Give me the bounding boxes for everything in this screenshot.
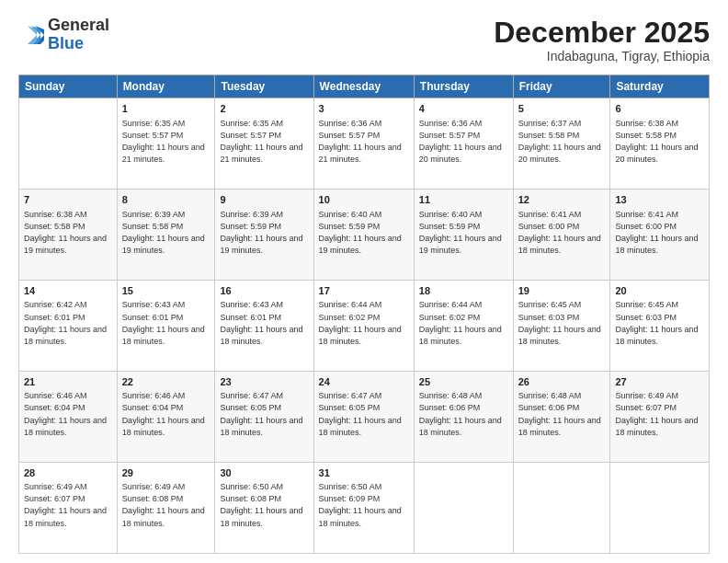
day-info: Sunrise: 6:41 AM Sunset: 6:00 PM Dayligh… bbox=[615, 209, 704, 257]
calendar-week-row: 14Sunrise: 6:42 AM Sunset: 6:01 PM Dayli… bbox=[19, 281, 710, 372]
day-number: 28 bbox=[24, 466, 112, 480]
table-row: 19Sunrise: 6:45 AM Sunset: 6:03 PM Dayli… bbox=[513, 281, 610, 372]
day-info: Sunrise: 6:50 AM Sunset: 6:09 PM Dayligh… bbox=[319, 481, 409, 529]
col-tuesday: Tuesday bbox=[215, 75, 313, 98]
calendar-week-row: 21Sunrise: 6:46 AM Sunset: 6:04 PM Dayli… bbox=[19, 372, 710, 463]
day-info: Sunrise: 6:49 AM Sunset: 6:07 PM Dayligh… bbox=[24, 481, 112, 529]
day-number: 2 bbox=[220, 102, 308, 116]
day-info: Sunrise: 6:48 AM Sunset: 6:06 PM Dayligh… bbox=[419, 390, 508, 438]
table-row: 17Sunrise: 6:44 AM Sunset: 6:02 PM Dayli… bbox=[313, 281, 414, 372]
month-title: December 2025 bbox=[494, 17, 710, 49]
day-info: Sunrise: 6:35 AM Sunset: 5:57 PM Dayligh… bbox=[220, 118, 308, 166]
table-row: 20Sunrise: 6:45 AM Sunset: 6:03 PM Dayli… bbox=[610, 281, 710, 372]
table-row: 22Sunrise: 6:46 AM Sunset: 6:04 PM Dayli… bbox=[117, 372, 215, 463]
table-row: 1Sunrise: 6:35 AM Sunset: 5:57 PM Daylig… bbox=[117, 98, 215, 190]
day-number: 8 bbox=[122, 193, 210, 207]
day-info: Sunrise: 6:39 AM Sunset: 5:58 PM Dayligh… bbox=[122, 209, 210, 257]
day-number: 1 bbox=[122, 102, 210, 116]
day-number: 3 bbox=[319, 102, 409, 116]
day-info: Sunrise: 6:48 AM Sunset: 6:06 PM Dayligh… bbox=[518, 390, 606, 438]
table-row: 24Sunrise: 6:47 AM Sunset: 6:05 PM Dayli… bbox=[313, 372, 414, 463]
table-row: 23Sunrise: 6:47 AM Sunset: 6:05 PM Dayli… bbox=[215, 372, 313, 463]
day-info: Sunrise: 6:39 AM Sunset: 5:59 PM Dayligh… bbox=[220, 209, 308, 257]
table-row: 14Sunrise: 6:42 AM Sunset: 6:01 PM Dayli… bbox=[19, 281, 118, 372]
day-number: 10 bbox=[319, 193, 409, 207]
day-number: 9 bbox=[220, 193, 308, 207]
calendar-week-row: 7Sunrise: 6:38 AM Sunset: 5:58 PM Daylig… bbox=[19, 190, 710, 281]
day-info: Sunrise: 6:41 AM Sunset: 6:00 PM Dayligh… bbox=[518, 209, 606, 257]
logo-general: General bbox=[48, 16, 109, 34]
day-number: 14 bbox=[24, 284, 112, 298]
day-number: 5 bbox=[518, 102, 606, 116]
logo-icon bbox=[18, 22, 44, 48]
day-info: Sunrise: 6:36 AM Sunset: 5:57 PM Dayligh… bbox=[419, 118, 508, 166]
table-row bbox=[414, 463, 513, 554]
day-number: 4 bbox=[419, 102, 508, 116]
table-row: 28Sunrise: 6:49 AM Sunset: 6:07 PM Dayli… bbox=[19, 463, 118, 554]
table-row: 12Sunrise: 6:41 AM Sunset: 6:00 PM Dayli… bbox=[513, 190, 610, 281]
header: General Blue December 2025 Indabaguna, T… bbox=[18, 17, 710, 63]
table-row: 29Sunrise: 6:49 AM Sunset: 6:08 PM Dayli… bbox=[117, 463, 215, 554]
day-info: Sunrise: 6:43 AM Sunset: 6:01 PM Dayligh… bbox=[220, 299, 308, 347]
table-row: 21Sunrise: 6:46 AM Sunset: 6:04 PM Dayli… bbox=[19, 372, 118, 463]
table-row: 16Sunrise: 6:43 AM Sunset: 6:01 PM Dayli… bbox=[215, 281, 313, 372]
col-friday: Friday bbox=[513, 75, 610, 98]
title-section: December 2025 Indabaguna, Tigray, Ethiop… bbox=[494, 17, 710, 63]
table-row: 26Sunrise: 6:48 AM Sunset: 6:06 PM Dayli… bbox=[513, 372, 610, 463]
col-thursday: Thursday bbox=[414, 75, 513, 98]
table-row: 27Sunrise: 6:49 AM Sunset: 6:07 PM Dayli… bbox=[610, 372, 710, 463]
table-row: 3Sunrise: 6:36 AM Sunset: 5:57 PM Daylig… bbox=[313, 98, 414, 190]
day-number: 13 bbox=[615, 193, 704, 207]
logo-blue: Blue bbox=[48, 34, 84, 52]
day-number: 20 bbox=[615, 284, 704, 298]
day-number: 27 bbox=[615, 375, 704, 389]
table-row bbox=[513, 463, 610, 554]
day-number: 22 bbox=[122, 375, 210, 389]
day-number: 15 bbox=[122, 284, 210, 298]
table-row: 31Sunrise: 6:50 AM Sunset: 6:09 PM Dayli… bbox=[313, 463, 414, 554]
day-number: 26 bbox=[518, 375, 606, 389]
table-row: 2Sunrise: 6:35 AM Sunset: 5:57 PM Daylig… bbox=[215, 98, 313, 190]
day-number: 17 bbox=[319, 284, 409, 298]
table-row: 15Sunrise: 6:43 AM Sunset: 6:01 PM Dayli… bbox=[117, 281, 215, 372]
page: General Blue December 2025 Indabaguna, T… bbox=[0, 0, 728, 563]
day-info: Sunrise: 6:38 AM Sunset: 5:58 PM Dayligh… bbox=[615, 118, 704, 166]
table-row bbox=[19, 98, 118, 190]
calendar-week-row: 1Sunrise: 6:35 AM Sunset: 5:57 PM Daylig… bbox=[19, 98, 710, 190]
table-row: 7Sunrise: 6:38 AM Sunset: 5:58 PM Daylig… bbox=[19, 190, 118, 281]
day-info: Sunrise: 6:49 AM Sunset: 6:07 PM Dayligh… bbox=[615, 390, 704, 438]
day-info: Sunrise: 6:46 AM Sunset: 6:04 PM Dayligh… bbox=[122, 390, 210, 438]
day-info: Sunrise: 6:47 AM Sunset: 6:05 PM Dayligh… bbox=[319, 390, 409, 438]
day-info: Sunrise: 6:49 AM Sunset: 6:08 PM Dayligh… bbox=[122, 481, 210, 529]
day-info: Sunrise: 6:43 AM Sunset: 6:01 PM Dayligh… bbox=[122, 299, 210, 347]
calendar-table: Sunday Monday Tuesday Wednesday Thursday… bbox=[18, 75, 710, 554]
day-number: 12 bbox=[518, 193, 606, 207]
day-number: 25 bbox=[419, 375, 508, 389]
day-info: Sunrise: 6:44 AM Sunset: 6:02 PM Dayligh… bbox=[419, 299, 508, 347]
table-row: 25Sunrise: 6:48 AM Sunset: 6:06 PM Dayli… bbox=[414, 372, 513, 463]
day-info: Sunrise: 6:40 AM Sunset: 5:59 PM Dayligh… bbox=[419, 209, 508, 257]
day-number: 11 bbox=[419, 193, 508, 207]
day-number: 29 bbox=[122, 466, 210, 480]
table-row bbox=[610, 463, 710, 554]
day-number: 21 bbox=[24, 375, 112, 389]
logo: General Blue bbox=[18, 17, 109, 53]
day-info: Sunrise: 6:45 AM Sunset: 6:03 PM Dayligh… bbox=[518, 299, 606, 347]
day-info: Sunrise: 6:45 AM Sunset: 6:03 PM Dayligh… bbox=[615, 299, 704, 347]
table-row: 10Sunrise: 6:40 AM Sunset: 5:59 PM Dayli… bbox=[313, 190, 414, 281]
day-info: Sunrise: 6:44 AM Sunset: 6:02 PM Dayligh… bbox=[319, 299, 409, 347]
col-monday: Monday bbox=[117, 75, 215, 98]
day-number: 31 bbox=[319, 466, 409, 480]
table-row: 5Sunrise: 6:37 AM Sunset: 5:58 PM Daylig… bbox=[513, 98, 610, 190]
table-row: 4Sunrise: 6:36 AM Sunset: 5:57 PM Daylig… bbox=[414, 98, 513, 190]
table-row: 18Sunrise: 6:44 AM Sunset: 6:02 PM Dayli… bbox=[414, 281, 513, 372]
day-info: Sunrise: 6:36 AM Sunset: 5:57 PM Dayligh… bbox=[319, 118, 409, 166]
day-number: 19 bbox=[518, 284, 606, 298]
day-number: 23 bbox=[220, 375, 308, 389]
table-row: 11Sunrise: 6:40 AM Sunset: 5:59 PM Dayli… bbox=[414, 190, 513, 281]
col-wednesday: Wednesday bbox=[313, 75, 414, 98]
day-number: 24 bbox=[319, 375, 409, 389]
col-saturday: Saturday bbox=[610, 75, 710, 98]
day-info: Sunrise: 6:46 AM Sunset: 6:04 PM Dayligh… bbox=[24, 390, 112, 438]
table-row: 13Sunrise: 6:41 AM Sunset: 6:00 PM Dayli… bbox=[610, 190, 710, 281]
